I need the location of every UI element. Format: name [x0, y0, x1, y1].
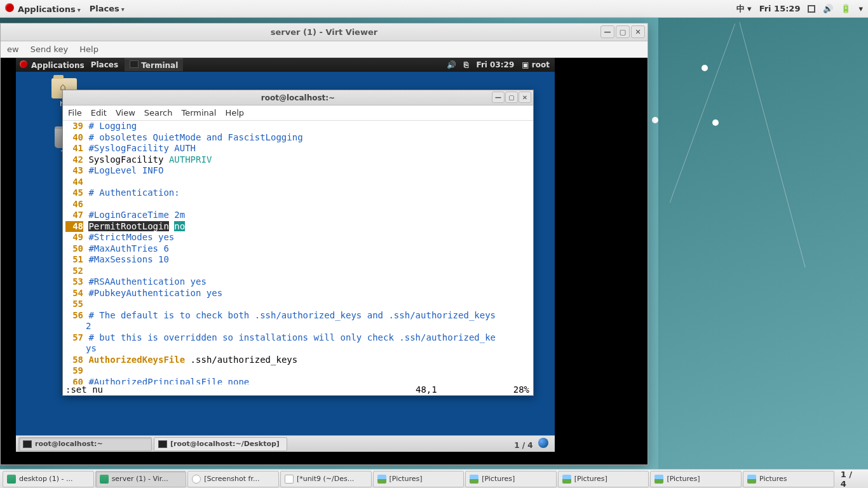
- menu-file[interactable]: File: [68, 108, 82, 118]
- window-title: server (1) - Virt Viewer: [271, 27, 377, 37]
- deco-dot: [702, 65, 708, 71]
- deco-line: [670, 24, 736, 203]
- show-desktop-icon[interactable]: [538, 438, 548, 448]
- maximize-button[interactable]: ▢: [616, 25, 630, 38]
- host-taskbar-item-1[interactable]: server (1) - Vir...: [95, 471, 187, 487]
- guest-workspace-indicator[interactable]: 1 / 4: [514, 438, 552, 450]
- host-taskbar-item-7[interactable]: [Pictures]: [650, 471, 742, 487]
- menu-view[interactable]: View: [116, 108, 135, 118]
- volume-icon[interactable]: 🔊: [823, 4, 833, 13]
- guest-user-menu[interactable]: ▣ root: [522, 60, 550, 69]
- virt-viewer-titlebar[interactable]: server (1) - Virt Viewer — ▢ ✕: [1, 24, 648, 41]
- img-icon: [377, 475, 386, 484]
- close-button[interactable]: ✕: [519, 92, 531, 103]
- virt-viewer-menubar: ew Send key Help: [1, 41, 648, 58]
- edit-icon: [285, 475, 294, 484]
- close-button[interactable]: ✕: [631, 25, 645, 38]
- search-icon: [192, 475, 201, 484]
- terminal-content[interactable]: 39 # Logging40 # obsoletes QuietMode and…: [63, 121, 533, 395]
- window-list-icon[interactable]: [808, 5, 815, 13]
- guest-volume-icon[interactable]: 🔊: [447, 60, 456, 69]
- taskbar-item-terminal[interactable]: root@localhost:~: [18, 437, 152, 451]
- terminal-window: root@localhost:~ — ▢ ✕ File Edit View Se…: [62, 90, 534, 396]
- terminal-menubar: File Edit View Search Terminal Help: [63, 105, 533, 121]
- deco-dot: [712, 119, 719, 126]
- host-workspace-indicator[interactable]: 1 / 4: [836, 470, 865, 489]
- virt-viewer-window: server (1) - Virt Viewer — ▢ ✕ ew Send k…: [0, 23, 648, 465]
- host-taskbar-item-8[interactable]: Pictures: [743, 471, 834, 487]
- redhat-icon: [20, 60, 27, 68]
- minimize-button[interactable]: —: [600, 25, 614, 38]
- maximize-button[interactable]: ▢: [505, 92, 518, 103]
- deco-dot: [652, 117, 658, 123]
- menu-edit[interactable]: Edit: [91, 108, 107, 118]
- img-icon: [747, 475, 756, 484]
- user-menu-icon[interactable]: ▾: [858, 4, 863, 13]
- taskbar-item-terminal-2[interactable]: [root@localhost:~/Desktop]: [154, 437, 287, 451]
- monitor-icon: [7, 475, 16, 484]
- host-taskbar-item-5[interactable]: [Pictures]: [465, 471, 557, 487]
- host-taskbar: desktop (1) - ...server (1) - Vir...[Scr…: [0, 469, 868, 488]
- terminal-titlebar[interactable]: root@localhost:~ — ▢ ✕: [63, 90, 533, 105]
- minimize-button[interactable]: —: [492, 92, 505, 103]
- guest-applications-menu[interactable]: Applications: [20, 60, 85, 70]
- menu-help[interactable]: Help: [79, 44, 98, 54]
- menu-view[interactable]: ew: [7, 44, 19, 54]
- terminal-icon: [158, 440, 167, 448]
- guest-places-menu[interactable]: Places: [91, 60, 118, 69]
- host-top-panel: Applications Places 中 ▾ Fri 15:29 🔊 🔋 ▾: [0, 0, 868, 18]
- img-icon: [654, 475, 663, 484]
- host-clock[interactable]: Fri 15:29: [759, 4, 801, 13]
- terminal-icon: [130, 60, 139, 68]
- menu-search[interactable]: Search: [144, 108, 173, 118]
- menu-help[interactable]: Help: [225, 108, 244, 118]
- applications-menu[interactable]: Applications: [5, 3, 81, 14]
- monitor-icon: [100, 475, 109, 484]
- guest-top-panel: Applications Places Terminal 🔊 ⎘ Fri 03:…: [16, 58, 555, 72]
- battery-icon[interactable]: 🔋: [841, 4, 851, 13]
- terminal-title: root@localhost:~: [261, 93, 335, 102]
- img-icon: [562, 475, 571, 484]
- redhat-icon: [5, 3, 14, 12]
- host-taskbar-item-6[interactable]: [Pictures]: [558, 471, 649, 487]
- places-menu[interactable]: Places: [90, 4, 125, 13]
- guest-active-app[interactable]: Terminal: [125, 58, 183, 71]
- menu-terminal[interactable]: Terminal: [181, 108, 216, 118]
- deco-line: [739, 22, 805, 268]
- guest-clock[interactable]: Fri 03:29: [476, 60, 514, 69]
- terminal-icon: [23, 440, 32, 448]
- host-taskbar-item-3[interactable]: [*unit9 (~/Des...: [280, 471, 372, 487]
- ime-indicator[interactable]: 中 ▾: [736, 3, 752, 15]
- host-taskbar-item-2[interactable]: [Screenshot fr...: [187, 471, 279, 487]
- host-taskbar-item-4[interactable]: [Pictures]: [373, 471, 465, 487]
- img-icon: [470, 475, 478, 484]
- guest-desktop[interactable]: Applications Places Terminal 🔊 ⎘ Fri 03:…: [16, 58, 555, 452]
- guest-network-icon[interactable]: ⎘: [464, 60, 468, 69]
- guest-taskbar: root@localhost:~ [root@localhost:~/Deskt…: [16, 435, 555, 452]
- menu-sendkey[interactable]: Send key: [31, 44, 69, 54]
- host-taskbar-item-0[interactable]: desktop (1) - ...: [3, 471, 94, 487]
